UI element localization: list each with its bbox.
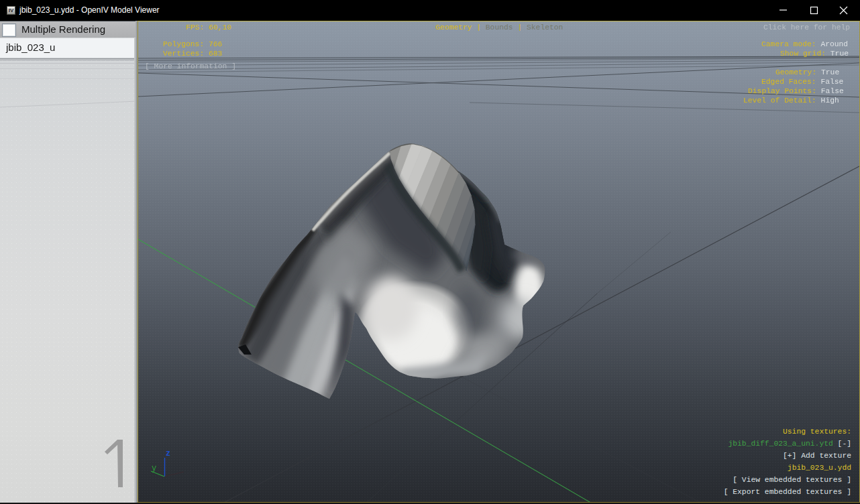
- svg-text:z: z: [166, 449, 170, 458]
